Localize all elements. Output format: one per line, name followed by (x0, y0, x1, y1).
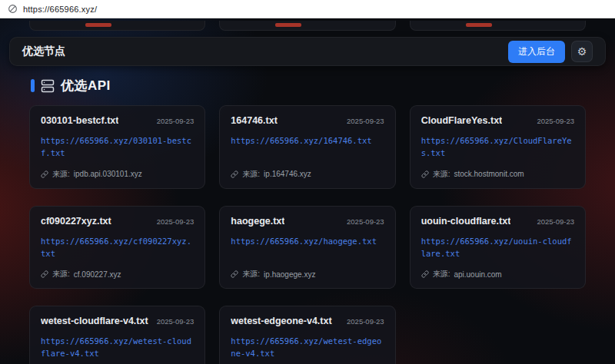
partial-card (410, 21, 586, 31)
source-value: cf.090227.xyz (74, 270, 121, 279)
settings-gear-icon[interactable]: ⚙ (571, 41, 593, 62)
file-title: cf090227xyz.txt (41, 216, 111, 227)
api-card: wetest-cloudflare-v4.txt 2025-09-23 http… (29, 306, 205, 364)
source-label: 来源: (52, 169, 70, 180)
api-card: CloudFlareYes.txt 2025-09-23 https://665… (410, 105, 586, 189)
file-date: 2025-09-23 (157, 317, 194, 326)
api-card: 030101-bestcf.txt 2025-09-23 https://665… (29, 105, 205, 189)
file-link[interactable]: https://665966.xyz/wetest-edgeone-v4.txt (231, 335, 384, 360)
file-link[interactable]: https://665966.xyz/wetest-cloudflare-v4.… (41, 335, 194, 360)
section-title: 优选API (61, 77, 111, 94)
source-value: stock.hostmonit.com (454, 170, 524, 178)
page-background: 优选节点 进入后台 ⚙ 优选API 030101-bestcf.txt 2025… (0, 18, 615, 364)
file-date: 2025-09-23 (537, 117, 574, 125)
enter-admin-button[interactable]: 进入后台 (508, 41, 565, 63)
file-link[interactable]: https://665966.xyz/uouin-cloudflare.txt (421, 235, 574, 260)
source-row: 来源: ip.haogege.xyz (231, 260, 384, 280)
file-title: CloudFlareYes.txt (421, 115, 503, 126)
header-actions: 进入后台 ⚙ (508, 41, 593, 63)
section-heading: 优选API (31, 77, 615, 94)
accent-bar-icon (31, 79, 35, 92)
partial-card (219, 21, 395, 31)
red-text-fragment (275, 23, 301, 27)
link-icon (41, 270, 48, 278)
source-row: 来源: ipdb.api.030101.xyz (41, 160, 194, 180)
red-text-fragment (85, 23, 111, 27)
file-date: 2025-09-23 (157, 217, 194, 226)
file-date: 2025-09-23 (347, 117, 384, 125)
file-date: 2025-09-23 (347, 217, 384, 226)
api-card: haogege.txt 2025-09-23 https://665966.xy… (219, 206, 395, 290)
source-row: 来源: ip.164746.xyz (231, 160, 384, 180)
file-date: 2025-09-23 (537, 217, 574, 226)
link-icon (421, 270, 429, 278)
page-title: 优选节点 (22, 45, 65, 58)
server-icon (41, 79, 55, 93)
api-card-grid: 030101-bestcf.txt 2025-09-23 https://665… (0, 104, 615, 364)
red-text-fragment (466, 23, 492, 27)
file-link[interactable]: https://665966.xyz/030101-bestcf.txt (41, 134, 194, 160)
file-title: wetest-cloudflare-v4.txt (41, 316, 148, 326)
file-date: 2025-09-23 (347, 317, 384, 326)
source-value: api.uouin.com (454, 270, 501, 279)
api-card: 164746.txt 2025-09-23 https://665966.xyz… (219, 105, 395, 189)
api-card: cf090227xyz.txt 2025-09-23 https://66596… (29, 206, 205, 290)
link-icon (421, 170, 429, 178)
source-label: 来源: (433, 269, 450, 280)
source-row: 来源: www.wetest.vip (41, 360, 194, 364)
link-icon (231, 270, 238, 278)
file-title: 164746.txt (231, 115, 277, 126)
source-label: 来源: (242, 269, 260, 280)
source-label: 来源: (242, 169, 260, 180)
site-info-icon[interactable] (8, 4, 18, 14)
source-value: ip.haogege.xyz (264, 270, 315, 279)
source-row: 来源: api.uouin.com (421, 260, 574, 280)
browser-address-bar[interactable]: https://665966.xyz/ (0, 0, 615, 18)
source-row: 来源: stock.hostmonit.com (421, 160, 574, 180)
api-card: wetest-edgeone-v4.txt 2025-09-23 https:/… (219, 306, 395, 364)
file-link[interactable]: https://665966.xyz/cf090227xyz.txt (41, 235, 194, 260)
source-row: 来源: cf.090227.xyz (41, 260, 194, 280)
page-header: 优选节点 进入后台 ⚙ (9, 37, 606, 66)
link-icon (41, 170, 48, 178)
file-title: uouin-cloudflare.txt (421, 216, 511, 227)
api-card: uouin-cloudflare.txt 2025-09-23 https://… (410, 206, 586, 290)
source-value: ip.164746.xyz (264, 170, 311, 178)
source-label: 来源: (52, 269, 70, 280)
file-title: wetest-edgeone-v4.txt (231, 316, 331, 326)
source-value: ipdb.api.030101.xyz (74, 170, 142, 178)
file-title: haogege.txt (231, 216, 284, 227)
file-link[interactable]: https://665966.xyz/haogege.txt (231, 235, 384, 247)
file-link[interactable]: https://665966.xyz/CloudFlareYes.txt (421, 134, 574, 160)
link-icon (231, 170, 238, 178)
address-bar-url[interactable]: https://665966.xyz/ (23, 5, 97, 14)
source-label: 来源: (433, 169, 450, 180)
file-title: 030101-bestcf.txt (41, 115, 118, 126)
partial-card (29, 21, 205, 31)
file-link[interactable]: https://665966.xyz/164746.txt (231, 134, 384, 147)
partial-card-row (0, 21, 615, 31)
file-date: 2025-09-23 (157, 117, 194, 125)
source-row: 来源: www.wetest.vip (231, 360, 384, 364)
